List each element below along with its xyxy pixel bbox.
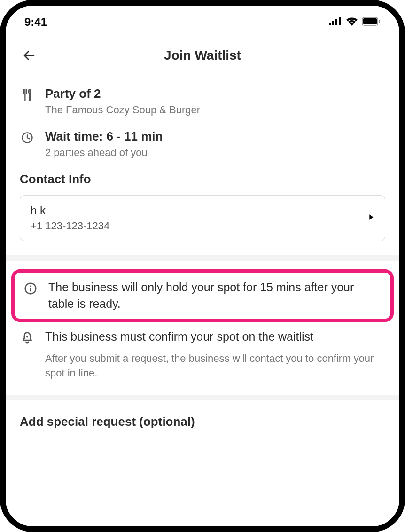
arrow-left-icon [22, 48, 36, 63]
hold-notice-text: The business will only hold your spot fo… [48, 279, 382, 312]
svg-point-9 [30, 285, 31, 287]
svg-rect-5 [363, 18, 377, 24]
screen: 9:41 [6, 6, 399, 526]
svg-rect-0 [329, 23, 331, 25]
status-icons [329, 17, 381, 28]
confirm-notice-row: This business must confirm your spot on … [20, 329, 385, 381]
svg-rect-2 [335, 19, 337, 25]
wifi-icon [346, 17, 358, 28]
wait-time-label: Wait time: 6 - 11 min [45, 129, 385, 144]
contact-phone: +1 123-123-1234 [31, 220, 109, 232]
back-button[interactable] [20, 46, 39, 65]
confirm-notice-subtitle: After you submit a request, the business… [45, 352, 385, 381]
party-size-label: Party of 2 [45, 86, 385, 101]
bell-icon [20, 330, 35, 345]
special-request-heading: Add special request (optional) [20, 415, 385, 429]
svg-rect-1 [332, 21, 334, 25]
section-divider [6, 395, 399, 400]
section-divider [6, 255, 399, 261]
contact-name: h k [31, 204, 109, 217]
clock-icon [20, 130, 35, 145]
page-title: Join Waitlist [20, 48, 385, 63]
svg-point-11 [26, 336, 28, 338]
restaurant-name: The Famous Cozy Soup & Burger [45, 104, 385, 116]
cellular-icon [329, 17, 342, 27]
contact-card[interactable]: h k +1 123-123-1234 [20, 195, 385, 241]
svg-rect-3 [339, 17, 341, 25]
content: Party of 2 The Famous Cozy Soup & Burger… [6, 77, 399, 429]
cutlery-icon [20, 87, 35, 102]
info-icon [23, 281, 38, 296]
status-bar: 9:41 [6, 6, 399, 34]
svg-rect-6 [379, 20, 380, 23]
hold-notice-row: The business will only hold your spot fo… [23, 279, 382, 312]
caret-right-icon [369, 214, 374, 222]
battery-icon [362, 17, 381, 28]
page-header: Join Waitlist [6, 34, 399, 77]
confirm-notice-title: This business must confirm your spot on … [45, 329, 385, 345]
parties-ahead-label: 2 parties ahead of you [45, 147, 385, 159]
wait-info-row: Wait time: 6 - 11 min 2 parties ahead of… [20, 129, 385, 159]
svg-rect-10 [30, 288, 31, 292]
device-frame: 9:41 [0, 0, 405, 532]
hold-notice-highlight: The business will only hold your spot fo… [11, 269, 394, 322]
status-time: 9:41 [24, 16, 47, 29]
party-info-row: Party of 2 The Famous Cozy Soup & Burger [20, 86, 385, 116]
contact-info-heading: Contact Info [20, 172, 385, 187]
